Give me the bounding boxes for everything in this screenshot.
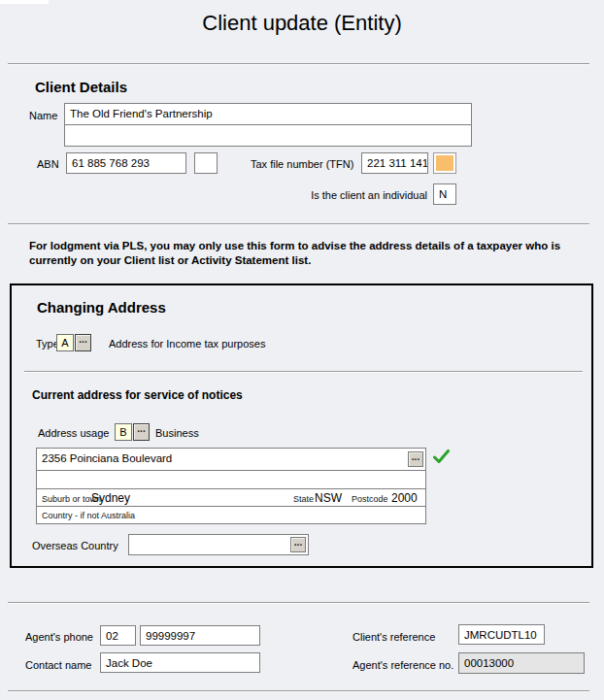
abn-label: ABN: [37, 158, 59, 170]
changing-address-panel: [10, 283, 593, 568]
agent-phone-number-input[interactable]: 99999997: [140, 625, 260, 646]
contact-name-label: Contact name: [25, 659, 91, 671]
suburb-input[interactable]: Sydney: [91, 491, 130, 505]
page-title: Client update (Entity): [0, 11, 604, 36]
state-input[interactable]: NSW: [315, 491, 342, 505]
contact-name-input[interactable]: Jack Doe: [100, 652, 260, 673]
agent-phone-area-input[interactable]: 02: [100, 625, 136, 646]
overseas-country-input[interactable]: [128, 534, 309, 555]
street-line1-row: 2356 Poinciana Boulevard ...: [37, 449, 425, 470]
address-type-input[interactable]: A: [56, 334, 74, 351]
postcode-input[interactable]: 2000: [391, 491, 418, 505]
address-type-description: Address for Income tax purposes: [109, 338, 265, 350]
address-usage-label: Address usage: [38, 427, 109, 439]
street-line1-input[interactable]: 2356 Poinciana Boulevard: [42, 452, 172, 464]
tfn-highlight-box[interactable]: [433, 152, 456, 174]
tfn-label: Tax file number (TFN): [251, 158, 353, 170]
client-details-heading: Client Details: [35, 79, 127, 95]
address-usage-input[interactable]: B: [115, 423, 132, 441]
name-label: Name: [29, 110, 57, 121]
top-left-strip: [0, 0, 49, 4]
address-block: 2356 Poinciana Boulevard ... Suburb or t…: [36, 448, 426, 524]
country-label: Country - if not Australia: [42, 511, 135, 520]
divider: [8, 602, 589, 604]
name-input-line2[interactable]: [64, 124, 472, 147]
client-reference-input[interactable]: JMRCUDTL10: [458, 624, 545, 645]
agent-reference-label: Agent's reference no.: [352, 659, 453, 671]
address-valid-check-icon: [433, 450, 450, 464]
agent-phone-label: Agent's phone: [25, 631, 93, 643]
suburb-state-postcode-row: Suburb or town Sydney State NSW Postcode…: [37, 488, 425, 506]
divider: [8, 223, 589, 225]
tfn-input[interactable]: 221 311 141: [361, 152, 428, 174]
postcode-label: Postcode: [352, 494, 388, 504]
divider: [8, 63, 589, 65]
agent-reference-input[interactable]: 00013000: [458, 652, 585, 674]
name-input-line1[interactable]: The Old Friend's Partnership: [64, 103, 472, 125]
pls-notice-line1: For lodgment via PLS, you may only use t…: [29, 240, 560, 251]
overseas-country-browse-button[interactable]: ...: [290, 537, 306, 552]
overseas-country-label: Overseas Country: [32, 540, 118, 551]
pls-notice-line2: currently on your Client list or Activit…: [29, 254, 311, 266]
address-type-combo: A ...: [56, 334, 91, 351]
client-reference-label: Client's reference: [352, 631, 435, 643]
current-address-heading: Current address for service of notices: [32, 388, 243, 402]
client-update-form: Client update (Entity) Client Details Na…: [0, 0, 604, 700]
abn-suffix-input[interactable]: [194, 152, 218, 174]
address-usage-combo: B ...: [115, 423, 150, 441]
changing-address-heading: Changing Address: [37, 299, 166, 316]
address-usage-browse-button[interactable]: ...: [133, 423, 150, 441]
divider: [8, 690, 589, 692]
individual-label: Is the client an individual: [243, 189, 427, 201]
address-usage-description: Business: [155, 427, 199, 439]
individual-input[interactable]: N: [433, 183, 456, 205]
state-label: State: [293, 494, 314, 504]
abn-input[interactable]: 61 885 768 293: [66, 152, 186, 174]
country-row: Country - if not Australia: [37, 506, 425, 523]
street-browse-button[interactable]: ...: [408, 451, 423, 467]
address-type-browse-button[interactable]: ...: [75, 334, 91, 351]
divider: [24, 371, 583, 373]
street-line2-row: [37, 470, 425, 488]
pls-notice: For lodgment via PLS, you may only use t…: [29, 239, 578, 268]
